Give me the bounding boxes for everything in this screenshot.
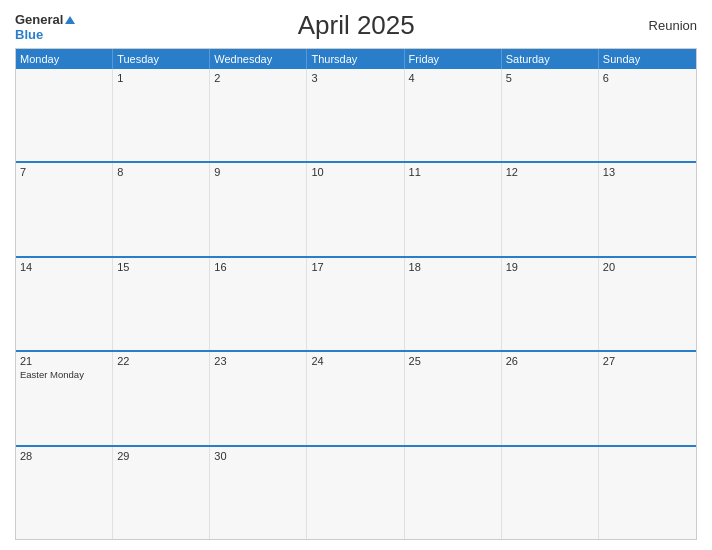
day-cell: 27 [599,352,696,444]
day-number: 7 [20,166,108,178]
day-cell: 16 [210,258,307,350]
day-cell [16,69,113,161]
day-number: 24 [311,355,399,367]
day-cell: 14 [16,258,113,350]
day-number: 30 [214,450,302,462]
day-cell: 7 [16,163,113,255]
logo: General Blue [15,10,75,42]
day-cell: 1 [113,69,210,161]
day-number: 1 [117,72,205,84]
day-number: 29 [117,450,205,462]
day-number: 6 [603,72,692,84]
day-cell: 25 [405,352,502,444]
day-number: 15 [117,261,205,273]
day-number: 21 [20,355,108,367]
day-cell: 23 [210,352,307,444]
day-cell [599,447,696,539]
logo-blue: Blue [15,28,75,42]
day-number: 9 [214,166,302,178]
week-row-3: 14151617181920 [16,256,696,350]
day-cell: 10 [307,163,404,255]
day-number: 23 [214,355,302,367]
day-number: 10 [311,166,399,178]
day-number: 16 [214,261,302,273]
day-cell: 12 [502,163,599,255]
day-cell: 9 [210,163,307,255]
calendar-title: April 2025 [75,10,637,41]
calendar-grid: MondayTuesdayWednesdayThursdayFridaySatu… [15,48,697,540]
day-header-monday: Monday [16,49,113,69]
week-row-5: 282930 [16,445,696,539]
logo-triangle-icon [65,16,75,24]
weeks-container: 123456789101112131415161718192021Easter … [16,69,696,539]
day-number: 17 [311,261,399,273]
day-number: 2 [214,72,302,84]
day-cell: 22 [113,352,210,444]
day-cell [307,447,404,539]
day-number: 8 [117,166,205,178]
logo-text: General [15,10,75,28]
day-cell: 18 [405,258,502,350]
day-number: 3 [311,72,399,84]
day-number: 22 [117,355,205,367]
day-cell: 30 [210,447,307,539]
day-header-friday: Friday [405,49,502,69]
day-headers-row: MondayTuesdayWednesdayThursdayFridaySatu… [16,49,696,69]
region-label: Reunion [637,18,697,33]
day-number: 4 [409,72,497,84]
day-number: 27 [603,355,692,367]
day-cell [502,447,599,539]
day-cell: 3 [307,69,404,161]
day-header-saturday: Saturday [502,49,599,69]
day-cell: 20 [599,258,696,350]
day-cell: 15 [113,258,210,350]
day-cell: 13 [599,163,696,255]
day-number: 14 [20,261,108,273]
day-cell [405,447,502,539]
day-header-tuesday: Tuesday [113,49,210,69]
day-cell: 8 [113,163,210,255]
day-number: 25 [409,355,497,367]
day-cell: 21Easter Monday [16,352,113,444]
day-number: 19 [506,261,594,273]
day-header-wednesday: Wednesday [210,49,307,69]
day-cell: 6 [599,69,696,161]
day-cell: 5 [502,69,599,161]
header: General Blue April 2025 Reunion [15,10,697,42]
day-header-thursday: Thursday [307,49,404,69]
week-row-4: 21Easter Monday222324252627 [16,350,696,444]
calendar-page: General Blue April 2025 Reunion MondayTu… [0,0,712,550]
day-cell: 28 [16,447,113,539]
day-cell: 11 [405,163,502,255]
day-number: 12 [506,166,594,178]
event-label: Easter Monday [20,369,108,380]
day-number: 26 [506,355,594,367]
day-cell: 19 [502,258,599,350]
week-row-1: 123456 [16,69,696,161]
day-cell: 29 [113,447,210,539]
day-cell: 26 [502,352,599,444]
day-number: 18 [409,261,497,273]
day-cell: 2 [210,69,307,161]
day-cell: 17 [307,258,404,350]
day-cell: 4 [405,69,502,161]
day-number: 20 [603,261,692,273]
logo-general: General [15,12,63,27]
day-number: 5 [506,72,594,84]
day-header-sunday: Sunday [599,49,696,69]
day-number: 13 [603,166,692,178]
day-cell: 24 [307,352,404,444]
day-number: 28 [20,450,108,462]
day-number: 11 [409,166,497,178]
week-row-2: 78910111213 [16,161,696,255]
